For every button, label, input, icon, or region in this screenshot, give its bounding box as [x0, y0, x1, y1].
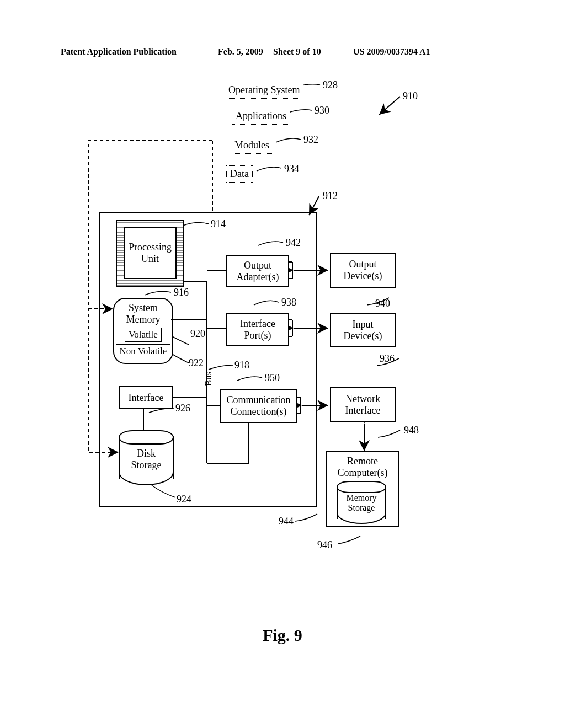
interface-ports-box: Interface Port(s) — [226, 313, 289, 346]
system-memory-box: System Memory Volatile Non Volatile — [113, 298, 173, 364]
bus-label: Bus — [203, 372, 214, 386]
remote-computers-label: Remote Computer(s) — [338, 456, 388, 478]
nonvolatile-box: Non Volatile — [116, 344, 171, 358]
processing-unit-box: Processing Unit — [116, 220, 184, 287]
input-devices-box: Input Device(s) — [330, 313, 396, 347]
ref-914: 914 — [211, 218, 226, 230]
applications-label: Applications — [236, 110, 286, 122]
output-adapters-label: Output Adapter(s) — [237, 260, 279, 282]
interface-label: Interface — [129, 392, 164, 404]
memory-storage-cylinder: Memory Storage — [337, 481, 386, 524]
figure-caption: Fig. 9 — [0, 626, 565, 645]
ref-936: 936 — [380, 353, 395, 365]
network-interface-box: Network Interface — [330, 387, 396, 422]
ref-942: 942 — [286, 237, 301, 249]
ref-912: 912 — [323, 190, 338, 202]
modules-label: Modules — [234, 140, 269, 151]
network-interface-label: Network Interface — [345, 393, 381, 416]
volatile-label: Volatile — [129, 329, 158, 340]
ref-920: 920 — [190, 328, 205, 340]
disk-storage-label: Disk Storage — [119, 448, 174, 471]
processing-unit-label: Processing Unit — [129, 242, 172, 265]
ref-930: 930 — [315, 105, 329, 116]
ref-928: 928 — [323, 79, 338, 91]
ref-922: 922 — [189, 357, 204, 369]
os-label: Operating System — [228, 84, 300, 96]
os-box: Operating System — [225, 82, 303, 99]
memory-storage-label: Memory Storage — [337, 493, 386, 513]
ref-926: 926 — [175, 403, 190, 414]
system-memory-label: System Memory — [126, 302, 161, 325]
ref-932: 932 — [303, 134, 318, 146]
modules-box: Modules — [231, 137, 273, 154]
ref-950: 950 — [265, 372, 280, 384]
ref-940: 940 — [375, 298, 390, 309]
ref-924: 924 — [177, 494, 191, 505]
publication-label: Patent Application Publication — [61, 47, 177, 57]
ref-948: 948 — [404, 425, 419, 436]
publication-date: Feb. 5, 2009 — [218, 47, 263, 57]
ref-918: 918 — [234, 360, 249, 371]
publication-number: US 2009/0037394 A1 — [353, 47, 430, 57]
volatile-box: Volatile — [125, 328, 162, 342]
ref-946: 946 — [317, 539, 332, 551]
ref-944: 944 — [279, 516, 294, 527]
sheet-number: Sheet 9 of 10 — [273, 47, 321, 57]
output-devices-label: Output Device(s) — [344, 259, 382, 281]
disk-storage-cylinder: Disk Storage — [119, 430, 174, 485]
figure-diagram: Operating System Applications Modules Da… — [66, 77, 486, 574]
ref-938: 938 — [281, 297, 296, 308]
output-devices-box: Output Device(s) — [330, 253, 396, 288]
applications-box: Applications — [232, 108, 290, 125]
ref-910: 910 — [403, 90, 418, 102]
ref-916: 916 — [174, 287, 189, 298]
interface-ports-label: Interface Port(s) — [240, 318, 275, 341]
comm-conn-label: Communication Connection(s) — [227, 394, 291, 417]
input-devices-label: Input Device(s) — [344, 319, 382, 341]
ref-934: 934 — [284, 163, 299, 175]
interface-box: Interface — [119, 386, 173, 409]
comm-conn-box: Communication Connection(s) — [220, 389, 297, 423]
data-box: Data — [226, 165, 253, 183]
output-adapters-box: Output Adapter(s) — [226, 255, 289, 287]
nonvolatile-label: Non Volatile — [120, 346, 167, 356]
data-label: Data — [230, 168, 249, 180]
